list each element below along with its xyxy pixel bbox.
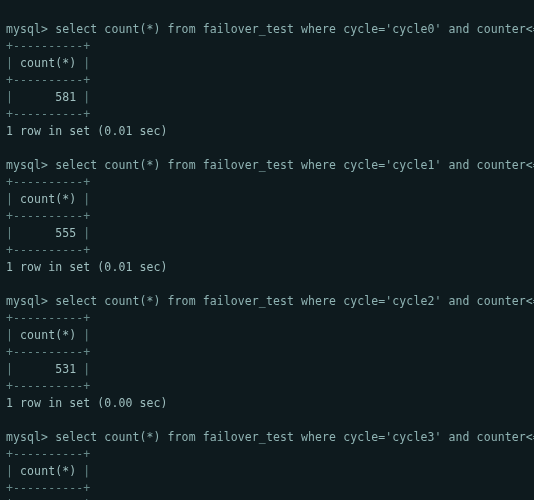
sql-query: select count(*) from failover_test where… bbox=[55, 430, 534, 444]
table-border: | bbox=[76, 328, 90, 342]
table-border: | bbox=[76, 226, 90, 240]
table-border: +----------+ bbox=[6, 481, 90, 495]
terminal-output: mysql> select count(*) from failover_tes… bbox=[0, 0, 534, 500]
table-border: +----------+ bbox=[6, 107, 90, 121]
table-border: | bbox=[76, 464, 90, 478]
table-border: | bbox=[76, 362, 90, 376]
table-border: | bbox=[6, 328, 20, 342]
query-block: mysql> select count(*) from failover_tes… bbox=[6, 293, 528, 412]
table-border: +----------+ bbox=[6, 209, 90, 223]
table-border: | bbox=[6, 90, 55, 104]
result-value: 581 bbox=[55, 90, 76, 104]
query-block: mysql> select count(*) from failover_tes… bbox=[6, 429, 528, 500]
table-border: +----------+ bbox=[6, 39, 90, 53]
table-border: | bbox=[6, 226, 55, 240]
column-header: count(*) bbox=[20, 328, 76, 342]
sql-query: select count(*) from failover_test where… bbox=[55, 158, 534, 172]
result-value: 555 bbox=[55, 226, 76, 240]
table-border: | bbox=[6, 362, 55, 376]
mysql-prompt: mysql> bbox=[6, 294, 48, 308]
sql-query: select count(*) from failover_test where… bbox=[55, 294, 534, 308]
table-border: | bbox=[6, 464, 20, 478]
table-border: | bbox=[6, 56, 20, 70]
query-block: mysql> select count(*) from failover_tes… bbox=[6, 157, 528, 276]
table-border: | bbox=[76, 90, 90, 104]
mysql-prompt: mysql> bbox=[6, 22, 48, 36]
column-header: count(*) bbox=[20, 464, 76, 478]
table-border: +----------+ bbox=[6, 447, 90, 461]
column-header: count(*) bbox=[20, 56, 76, 70]
mysql-prompt: mysql> bbox=[6, 158, 48, 172]
row-status: 1 row in set (0.01 sec) bbox=[6, 260, 168, 274]
table-border: +----------+ bbox=[6, 73, 90, 87]
row-status: 1 row in set (0.00 sec) bbox=[6, 396, 168, 410]
column-header: count(*) bbox=[20, 192, 76, 206]
sql-query: select count(*) from failover_test where… bbox=[55, 22, 534, 36]
mysql-prompt: mysql> bbox=[6, 430, 48, 444]
table-border: +----------+ bbox=[6, 345, 90, 359]
table-border: +----------+ bbox=[6, 311, 90, 325]
table-border: | bbox=[6, 192, 20, 206]
row-status: 1 row in set (0.01 sec) bbox=[6, 124, 168, 138]
result-value: 531 bbox=[55, 362, 76, 376]
table-border: | bbox=[76, 192, 90, 206]
table-border: +----------+ bbox=[6, 379, 90, 393]
table-border: +----------+ bbox=[6, 243, 90, 257]
table-border: | bbox=[76, 56, 90, 70]
query-block: mysql> select count(*) from failover_tes… bbox=[6, 21, 528, 140]
table-border: +----------+ bbox=[6, 175, 90, 189]
